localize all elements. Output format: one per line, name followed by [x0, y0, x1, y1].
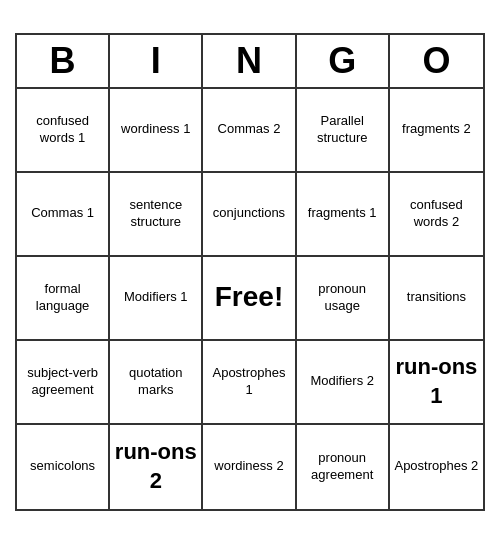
bingo-cell-18[interactable]: Modifiers 2 [297, 341, 390, 425]
bingo-cell-7[interactable]: conjunctions [203, 173, 296, 257]
bingo-cell-22[interactable]: wordiness 2 [203, 425, 296, 509]
bingo-card: BINGO confused words 1wordiness 1Commas … [15, 33, 485, 510]
bingo-cell-9[interactable]: confused words 2 [390, 173, 483, 257]
bingo-cell-5[interactable]: Commas 1 [17, 173, 110, 257]
bingo-cell-11[interactable]: Modifiers 1 [110, 257, 203, 341]
bingo-cell-0[interactable]: confused words 1 [17, 89, 110, 173]
bingo-cell-10[interactable]: formal language [17, 257, 110, 341]
bingo-header: BINGO [17, 35, 483, 88]
bingo-cell-8[interactable]: fragments 1 [297, 173, 390, 257]
bingo-cell-6[interactable]: sentence structure [110, 173, 203, 257]
header-letter-b: B [17, 35, 110, 86]
bingo-cell-17[interactable]: Apostrophes 1 [203, 341, 296, 425]
bingo-cell-2[interactable]: Commas 2 [203, 89, 296, 173]
bingo-cell-4[interactable]: fragments 2 [390, 89, 483, 173]
bingo-cell-24[interactable]: Apostrophes 2 [390, 425, 483, 509]
bingo-cell-1[interactable]: wordiness 1 [110, 89, 203, 173]
header-letter-o: O [390, 35, 483, 86]
header-letter-g: G [297, 35, 390, 86]
bingo-cell-20[interactable]: semicolons [17, 425, 110, 509]
bingo-cell-21[interactable]: run-ons 2 [110, 425, 203, 509]
bingo-cell-12[interactable]: Free! [203, 257, 296, 341]
bingo-cell-23[interactable]: pronoun agreement [297, 425, 390, 509]
bingo-cell-19[interactable]: run-ons 1 [390, 341, 483, 425]
bingo-cell-16[interactable]: quotation marks [110, 341, 203, 425]
bingo-cell-14[interactable]: transitions [390, 257, 483, 341]
bingo-cell-13[interactable]: pronoun usage [297, 257, 390, 341]
bingo-grid: confused words 1wordiness 1Commas 2Paral… [17, 89, 483, 509]
bingo-cell-3[interactable]: Parallel structure [297, 89, 390, 173]
bingo-cell-15[interactable]: subject-verb agreement [17, 341, 110, 425]
header-letter-i: I [110, 35, 203, 86]
header-letter-n: N [203, 35, 296, 86]
